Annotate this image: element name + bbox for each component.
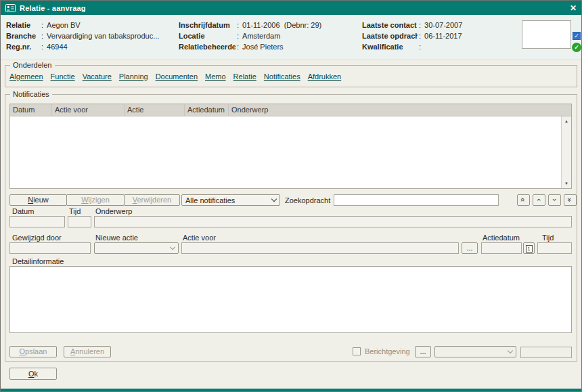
onderwerp-label: Onderwerp <box>95 207 132 215</box>
separator-colon: : <box>418 43 424 51</box>
header-row: Kwalificatie: <box>362 41 462 52</box>
datum-label: Datum <box>12 207 34 215</box>
scroll-up-icon[interactable]: ▲ <box>562 116 571 126</box>
field-label: Relatie <box>6 21 40 29</box>
button-label-accel: N <box>28 196 33 204</box>
column-header-actiedatum[interactable]: Actiedatum <box>185 104 229 116</box>
annuleren-button: Annuleren <box>64 346 111 357</box>
ellipsis-icon: ... <box>466 244 472 252</box>
tab-documenten[interactable]: Documenten <box>156 72 198 81</box>
separator-colon: : <box>236 43 242 51</box>
chevron-down-icon: › <box>550 198 559 201</box>
gewijzigd-door-input <box>9 242 91 254</box>
separator-colon: : <box>40 32 47 40</box>
header-row: Locatie:Amsterdam <box>179 30 321 41</box>
button-label: nnuleren <box>75 347 104 355</box>
column-header-actie-voor[interactable]: Actie voor <box>52 104 125 116</box>
separator-colon: : <box>40 21 47 29</box>
detailinformatie-label: Detailinformatie <box>12 257 64 265</box>
onderwerp-input <box>94 216 572 227</box>
header-column-1: Relatie:Aegon BV Branche:Vervaardiging v… <box>6 20 159 52</box>
first-record-button[interactable]: « <box>517 194 530 206</box>
separator-colon: : <box>418 32 424 40</box>
column-header-datum[interactable]: Datum <box>10 104 52 116</box>
scroll-down-icon[interactable]: ▼ <box>562 179 571 188</box>
actiedatum-input <box>481 242 522 254</box>
window-title: Relatie - aanvraag <box>20 4 86 12</box>
field-label: Locatie <box>179 32 236 40</box>
chevron-down-icon <box>508 348 513 353</box>
verwijderen-button: Verwijderen <box>124 194 180 206</box>
tab-planning[interactable]: Planning <box>119 72 148 81</box>
onderdelen-group-label: Onderdelen <box>10 61 55 70</box>
actie-voor-browse-button[interactable]: ... <box>462 242 478 254</box>
tijd-label: Tijd <box>69 207 81 215</box>
header-row: Inschrijfdatum:01-11-2006 (Debnr: 29) <box>179 20 321 30</box>
table-body[interactable] <box>10 116 561 188</box>
header-column-3: Laatste contact:30-07-2007 Laatste opdra… <box>362 20 462 52</box>
check-icon: ✓ <box>574 44 579 51</box>
tab-notificaties[interactable]: Notificaties <box>264 72 300 81</box>
button-label: k <box>35 370 39 378</box>
field-value: Aegon BV <box>47 21 81 29</box>
actie-voor-input <box>181 242 459 254</box>
field-value: Amsterdam <box>242 32 280 40</box>
last-record-button[interactable]: » <box>564 194 577 206</box>
header-row: Relatiebeheerde:José Pieters <box>179 41 321 52</box>
header-checkbox[interactable]: ✓ <box>573 32 581 40</box>
tab-algemeen[interactable]: Algemeen <box>9 72 43 81</box>
detailinformatie-textarea[interactable] <box>9 266 572 333</box>
column-header-actie[interactable]: Actie <box>125 104 185 116</box>
close-icon[interactable]: ✕ <box>570 3 577 13</box>
field-value: 01-11-2006 (Debnr: 29) <box>242 21 321 29</box>
column-header-onderwerp[interactable]: Onderwerp <box>229 104 571 116</box>
ellipsis-icon: ... <box>420 347 426 355</box>
zoekopdracht-label: Zoekopdracht <box>285 196 330 204</box>
field-value: 46944 <box>47 43 68 51</box>
tab-vacature[interactable]: Vacature <box>83 72 112 81</box>
tijd-label-2: Tijd <box>542 234 554 242</box>
opslaan-button: Opslaan <box>9 346 57 357</box>
button-label-accel: O <box>20 347 26 355</box>
tijd-input-2 <box>537 242 572 254</box>
field-label: Laatste opdrach <box>362 32 418 40</box>
button-label: ieuw <box>33 196 49 204</box>
nieuw-button[interactable]: Nieuw <box>9 194 67 206</box>
check-icon: ✓ <box>574 32 579 39</box>
field-label: Reg.nr. <box>6 43 40 51</box>
notification-filter-select[interactable]: Alle notificaties <box>181 194 280 206</box>
zoekopdracht-input[interactable] <box>334 194 499 206</box>
chevron-down-icon <box>271 196 277 202</box>
notificaties-group-label: Notificaties <box>10 90 52 99</box>
berichtgeving-checkbox <box>353 347 361 355</box>
header-row: Branche:Vervaardiging van tabaksproduc..… <box>6 30 159 41</box>
date-picker-button[interactable]: 1 <box>523 242 535 254</box>
titlebar[interactable]: Relatie - aanvraag ✕ <box>1 1 581 15</box>
chevron-down-icon <box>170 244 175 250</box>
table-scrollbar[interactable]: ▲ ▼ <box>561 116 571 188</box>
tab-memo[interactable]: Memo <box>205 72 226 81</box>
field-value: 06-11-2017 <box>424 32 462 40</box>
selected-option: Alle notificaties <box>185 196 235 204</box>
button-label: pslaan <box>25 347 47 355</box>
relatie-aanvraag-window: Relatie - aanvraag ✕ Relatie:Aegon BV Br… <box>0 0 582 392</box>
field-label: Laatste contact <box>362 21 418 29</box>
datum-input <box>9 216 65 227</box>
tab-relatie[interactable]: Relatie <box>233 72 256 81</box>
chevrons-down-icon: » <box>566 198 575 202</box>
nieuwe-actie-select <box>94 242 179 254</box>
next-record-button[interactable]: › <box>548 194 561 206</box>
field-value: Vervaardiging van tabaksproduc... <box>47 32 159 40</box>
berichtgeving-label: Berichtgeving <box>365 347 410 355</box>
tab-afdrukken[interactable]: Afdrukken <box>308 72 342 81</box>
nieuwe-actie-label: Nieuwe actie <box>95 234 138 242</box>
berichtgeving-browse-button[interactable]: ... <box>415 346 431 357</box>
gewijzigd-door-label: Gewijzigd door <box>12 234 62 242</box>
notificaties-table: Datum Actie voor Actie Actiedatum Onderw… <box>9 104 572 189</box>
previous-record-button[interactable]: ‹ <box>533 194 545 206</box>
ok-button[interactable]: Ok <box>9 368 57 380</box>
separator-colon: : <box>236 21 242 29</box>
tab-functie[interactable]: Functie <box>51 72 75 81</box>
button-label-accel: W <box>81 196 88 204</box>
header-row: Relatie:Aegon BV <box>6 20 159 30</box>
